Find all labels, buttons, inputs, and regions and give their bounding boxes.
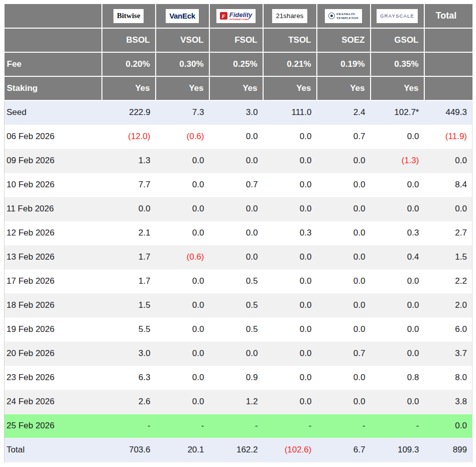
21shares-logo-cell: 21shares (263, 4, 317, 28)
row-label: 23 Feb 2026 (5, 366, 102, 390)
cell-tsol: 0.0 (263, 341, 317, 366)
cell-soez: 0.0 (317, 173, 371, 197)
row-label: 11 Feb 2026 (5, 197, 102, 221)
staking-row-label: Staking (5, 76, 102, 100)
row-label: 06 Feb 2026 (5, 125, 102, 149)
row-label: 13 Feb 2026 (5, 245, 102, 269)
staking-gsol: Yes (371, 76, 424, 100)
cell-total: 2.2 (424, 269, 472, 293)
cell-gsol: 0.0 (371, 293, 424, 317)
table-row: Seed 222.9 7.3 3.0 111.0 2.4 102.7* 449.… (5, 100, 472, 125)
cell-tsol: 0.0 (263, 125, 317, 149)
cell-total: 2.7 (424, 221, 472, 245)
cell-gsol: (1.3) (371, 149, 424, 173)
cell-tsol: 0.0 (263, 293, 317, 317)
cell-bsol: 5.5 (102, 317, 156, 341)
fidelity-logo: F Fidelity INTERNATIONAL (216, 9, 256, 23)
cell-tsol: 0.0 (263, 173, 317, 197)
row-label: 20 Feb 2026 (5, 341, 102, 366)
cell-gsol: - (371, 414, 424, 438)
fee-row: Fee 0.20% 0.30% 0.25% 0.21% 0.19% 0.35% (5, 52, 472, 76)
etf-flows-table: Bitwise VanEck F Fidelity INTERNATIONAL (4, 4, 472, 462)
fee-row-label: Fee (5, 52, 102, 76)
cell-soez: 0.0 (317, 245, 371, 269)
table-row: 13 Feb 2026 1.7 (0.6) 0.0 0.0 0.0 0.4 1.… (5, 245, 472, 269)
staking-vsol: Yes (156, 76, 209, 100)
franklin-emblem-icon (328, 13, 335, 19)
row-label: 12 Feb 2026 (5, 221, 102, 245)
cell-fsol: 3.0 (209, 100, 263, 125)
table-row: 11 Feb 2026 0.0 0.0 0.0 0.0 0.0 0.0 0.0 (5, 197, 472, 221)
grayscale-logo: GRAYSCALE (377, 9, 418, 23)
cell-total: 6.0 (424, 317, 472, 341)
cell-vsol: 0.0 (156, 390, 209, 414)
cell-bsol: 6.3 (102, 366, 156, 390)
cell-soez: - (317, 414, 371, 438)
table-row: 12 Feb 2026 2.1 0.0 0.0 0.3 0.0 0.3 2.7 (5, 221, 472, 245)
cell-bsol: (12.0) (102, 125, 156, 149)
cell-bsol: 222.9 (102, 100, 156, 125)
cell-total: 1.5 (424, 245, 472, 269)
franklin-templeton-logo: FRANKLIN TEMPLETON (325, 9, 362, 23)
row-label: 17 Feb 2026 (5, 269, 102, 293)
cell-total: 3.7 (424, 341, 472, 366)
grayscale-logo-cell: GRAYSCALE (371, 4, 424, 28)
cell-soez: 0.7 (317, 341, 371, 366)
cell-fsol: 0.5 (209, 317, 263, 341)
cell-total: 0.0 (424, 197, 472, 221)
cell-tsol: 0.0 (263, 197, 317, 221)
cell-bsol: 1.7 (102, 245, 156, 269)
cell-gsol: 0.0 (371, 317, 424, 341)
ticker-bsol: BSOL (102, 28, 156, 52)
cell-gsol: 102.7* (371, 100, 424, 125)
table-row: 17 Feb 2026 1.7 0.0 0.5 0.0 0.0 0.0 2.2 (5, 269, 472, 293)
cell-vsol: - (156, 414, 209, 438)
cell-bsol: 1.7 (102, 269, 156, 293)
row-label: 10 Feb 2026 (5, 173, 102, 197)
vaneck-logo-cell: VanEck (156, 4, 209, 28)
fidelity-f-icon: F (220, 12, 227, 20)
fee-gsol: 0.35% (371, 52, 424, 76)
row-label: Seed (5, 100, 102, 125)
staking-fsol: Yes (209, 76, 263, 100)
cell-soez: 0.0 (317, 293, 371, 317)
fee-vsol: 0.30% (156, 52, 209, 76)
cell-gsol: 0.3 (371, 221, 424, 245)
staking-tsol: Yes (263, 76, 317, 100)
total-column-header: Total (424, 4, 472, 28)
cell-soez: 0.0 (317, 197, 371, 221)
ticker-gsol: GSOL (371, 28, 424, 52)
cell-fsol: 0.0 (209, 245, 263, 269)
cell-bsol: 1.3 (102, 149, 156, 173)
cell-bsol: 1.5 (102, 293, 156, 317)
cell-fsol: 1.2 (209, 390, 263, 414)
cell-soez: 0.7 (317, 125, 371, 149)
cell-tsol: - (263, 414, 317, 438)
table-row: 09 Feb 2026 1.3 0.0 0.0 0.0 0.0 (1.3) 0.… (5, 149, 472, 173)
cell-tsol: (102.6) (263, 438, 317, 462)
cell-fsol: 0.0 (209, 197, 263, 221)
cell-vsol: 7.3 (156, 100, 209, 125)
cell-vsol: (0.6) (156, 125, 209, 149)
cell-fsol: 0.0 (209, 221, 263, 245)
table-row: 19 Feb 2026 5.5 0.0 0.5 0.0 0.0 0.0 6.0 (5, 317, 472, 341)
table-row: 10 Feb 2026 7.7 0.0 0.7 0.0 0.0 0.0 8.4 (5, 173, 472, 197)
cell-soez: 0.0 (317, 366, 371, 390)
cell-bsol: 2.1 (102, 221, 156, 245)
cell-total: 8.4 (424, 173, 472, 197)
cell-total: 3.8 (424, 390, 472, 414)
cell-vsol: 0.0 (156, 293, 209, 317)
table-row: 24 Feb 2026 2.6 0.0 1.2 0.0 0.0 0.0 3.8 (5, 390, 472, 414)
cell-vsol: 0.0 (156, 221, 209, 245)
cell-vsol: (0.6) (156, 245, 209, 269)
table-row: 25 Feb 2026 - - - - - - 0.0 (5, 414, 472, 438)
cell-soez: 6.7 (317, 438, 371, 462)
cell-soez: 0.0 (317, 317, 371, 341)
cell-bsol: 0.0 (102, 197, 156, 221)
cell-vsol: 0.0 (156, 317, 209, 341)
cell-soez: 0.0 (317, 269, 371, 293)
cell-bsol: - (102, 414, 156, 438)
table-row: 20 Feb 2026 3.0 0.0 0.0 0.0 0.7 0.0 3.7 (5, 341, 472, 366)
cell-soez: 0.0 (317, 149, 371, 173)
ticker-soez: SOEZ (317, 28, 371, 52)
